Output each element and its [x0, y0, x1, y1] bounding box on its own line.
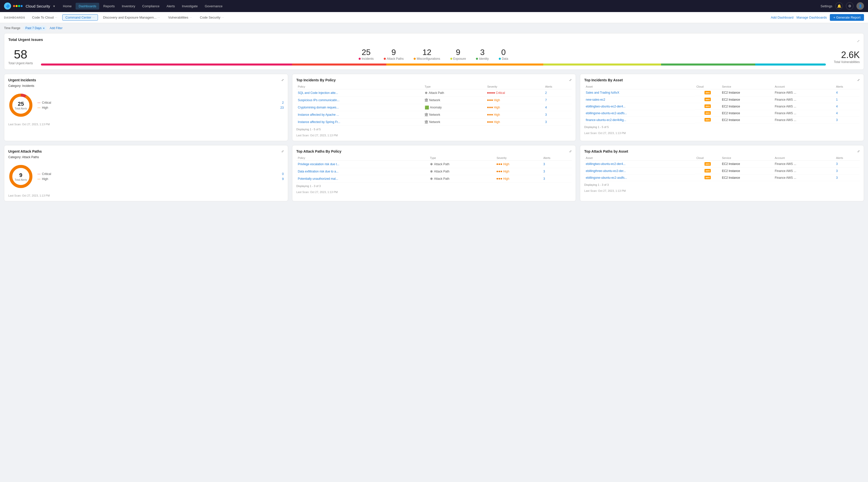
sub-nav: DASHBOARDS Code To Cloud ⋯ Command Cente… — [0, 12, 868, 23]
tab-code-to-cloud[interactable]: Code To Cloud ⋯ — [29, 14, 60, 20]
policy-link[interactable]: Instance affected by Spring Fr... — [298, 120, 343, 124]
alert-value[interactable]: 7 — [545, 98, 547, 102]
donut-section: 9 Total Alerts — Critical 0 — High 9 — [8, 162, 284, 191]
asset-link[interactable]: ebillingone-ubuntu-ec2-asdfs... — [586, 111, 631, 115]
add-filter-button[interactable]: Add Filter — [50, 26, 63, 30]
nav-home[interactable]: Home — [60, 3, 75, 9]
top-attack-paths-policy-title: Top Attack Paths By Policy ⤢ — [297, 149, 572, 153]
nav-governance[interactable]: Governance — [202, 3, 225, 9]
nav-investigate[interactable]: Investigate — [179, 3, 201, 9]
asset-link[interactable]: Sales and Trading hz6vX — [586, 91, 631, 94]
policy-link[interactable]: SQL and Code Injection atte... — [298, 91, 343, 95]
alert-value[interactable]: 3 — [543, 170, 545, 173]
data-category: 0 Data — [499, 48, 508, 61]
nav-alerts[interactable]: Alerts — [163, 3, 178, 9]
displaying-count: Displaying 1 - 3 of 3 — [297, 185, 572, 188]
incidents-label: Incidents — [362, 57, 374, 61]
col-policy: Policy — [297, 84, 423, 89]
policy-link[interactable]: Data exfiltration risk due to a... — [298, 170, 343, 173]
aws-badge: aws — [705, 111, 711, 115]
alert-value[interactable]: 3 — [543, 162, 545, 166]
tab-discovery-label: Discovery and Exposure Managem... — [103, 15, 156, 19]
col-service: Service — [720, 84, 773, 89]
displaying-count: Displaying 1 - 5 of 5 — [584, 126, 860, 129]
type-badge: ❄Attack Path — [430, 177, 494, 181]
critical-alerts[interactable]: 2 — [282, 101, 284, 104]
nav-compliance[interactable]: Compliance — [139, 3, 162, 9]
asset-link[interactable]: ebillingthree-ubuntu-ec2-der... — [586, 169, 631, 173]
asset-link[interactable]: ebillingtwo-ubuntu-ec2-der4... — [586, 162, 631, 166]
table-row: new-sales-ec2 aws EC2 Instance Finance A… — [584, 96, 860, 103]
expand-icon[interactable]: ⤢ — [281, 150, 284, 153]
high-alerts[interactable]: 9 — [282, 177, 284, 181]
high-alerts[interactable]: 23 — [280, 106, 284, 109]
asset-link[interactable]: ebillingtwo-ubuntu-ec2-der4... — [586, 105, 631, 108]
gear-icon[interactable]: ⚙ — [846, 2, 854, 10]
nav-dashboards[interactable]: Dashboards — [75, 3, 99, 9]
alert-value[interactable]: 3 — [836, 169, 838, 173]
add-dashboard-button[interactable]: Add Dashboard — [771, 15, 794, 19]
alert-value[interactable]: 3 — [545, 120, 547, 124]
alert-value[interactable]: 4 — [836, 91, 838, 94]
nav-reports[interactable]: Reports — [100, 3, 118, 9]
total-urgent-issues-title: Total Urgent Issues — [8, 37, 43, 42]
manage-dashboards-button[interactable]: Manage Dashboards — [797, 15, 827, 19]
tab-code-security[interactable]: Code Security ⋯ — [197, 14, 227, 20]
aws-badge: aws — [705, 118, 711, 122]
notification-icon[interactable]: 🔔 — [835, 2, 843, 10]
alert-value[interactable]: 3 — [543, 177, 545, 181]
expand-icon[interactable]: ⤢ — [569, 78, 571, 82]
table-row: ebillingtwo-ubuntu-ec2-der4... aws EC2 I… — [584, 103, 860, 110]
identity-category: 3 Identity — [476, 48, 489, 61]
settings-label[interactable]: Settings — [820, 4, 832, 8]
logo-dropdown-icon[interactable]: ▾ — [53, 4, 55, 8]
asset-link[interactable]: finance-ubuntu-ec2-der4t4tg... — [586, 118, 631, 122]
policy-link[interactable]: Privilege escalation risk due t... — [298, 162, 343, 166]
alert-value[interactable]: 3 — [836, 162, 838, 166]
asset-link[interactable]: ebillingone-ubuntu-ec2-asdfs... — [586, 176, 631, 180]
top-incidents-asset-title: Top Incidents By Asset ⤢ — [584, 78, 860, 82]
alert-value[interactable]: 3 — [836, 176, 838, 180]
misconfigurations-segment — [386, 64, 543, 66]
sub-nav-actions: Add Dashboard Manage Dashboards + Genera… — [771, 14, 864, 21]
alert-value[interactable]: 3 — [836, 118, 838, 122]
tab-command-center[interactable]: Command Center ⋯ — [62, 14, 98, 21]
time-range-chip[interactable]: Past 7 Days ✕ — [23, 26, 47, 31]
scan-time: Last Scan: Oct 27, 2023, 1:13 PM — [584, 189, 860, 192]
col-type: Type — [429, 155, 495, 161]
severity-row-high: — High 23 — [37, 105, 284, 110]
expand-icon[interactable]: ⤢ — [857, 150, 860, 153]
progress-bar — [41, 64, 826, 66]
alert-value[interactable]: 3 — [545, 113, 547, 117]
avatar[interactable]: 👤 — [857, 2, 864, 10]
policy-link[interactable]: Cryptomining domain reques... — [298, 106, 343, 109]
displaying-count: Displaying 1 - 5 of 5 — [297, 128, 572, 131]
policy-link[interactable]: Instance affected by Apache ... — [298, 113, 343, 117]
severity-table: — Critical 0 — High 9 — [37, 171, 284, 182]
generate-report-button[interactable]: + Generate Report — [830, 14, 864, 21]
category-label: Category: Attack Paths — [8, 155, 284, 159]
tab-discovery[interactable]: Discovery and Exposure Managem... ⋯ — [100, 14, 163, 20]
alert-value[interactable]: 2 — [545, 91, 547, 95]
expand-icon[interactable]: ⤢ — [281, 78, 284, 82]
row-incidents: Urgent Incidents ⤢ Category: Incidents — [4, 74, 864, 141]
severity-row-critical: — Critical 0 — [37, 171, 284, 176]
alert-value[interactable]: 1 — [836, 98, 838, 101]
expand-icon[interactable]: ⤢ — [857, 39, 860, 43]
expand-icon[interactable]: ⤢ — [857, 78, 860, 82]
critical-alerts[interactable]: 0 — [282, 172, 284, 176]
donut-section: 25 Total Alerts — Critical 2 — High 23 — [8, 91, 284, 120]
time-range-close-icon[interactable]: ✕ — [43, 27, 45, 30]
filter-bar: Time Range Past 7 Days ✕ Add Filter — [0, 23, 868, 33]
tab-vulnerabilities[interactable]: Vulnerabilities ⋯ — [165, 14, 195, 20]
expand-icon[interactable]: ⤢ — [569, 150, 571, 153]
policy-link[interactable]: Suspicious IPs communicatin... — [298, 98, 343, 102]
alert-value[interactable]: 4 — [836, 111, 838, 115]
nav-inventory[interactable]: Inventory — [119, 3, 138, 9]
policy-link[interactable]: Potentially unauthorized mal... — [298, 177, 343, 181]
alert-value[interactable]: 4 — [836, 105, 838, 108]
alert-value[interactable]: 4 — [545, 106, 547, 109]
asset-link[interactable]: new-sales-ec2 — [586, 98, 631, 101]
scan-time: Last Scan: Oct 27, 2023, 1:13 PM — [584, 132, 860, 134]
data-label: Data — [502, 57, 508, 61]
